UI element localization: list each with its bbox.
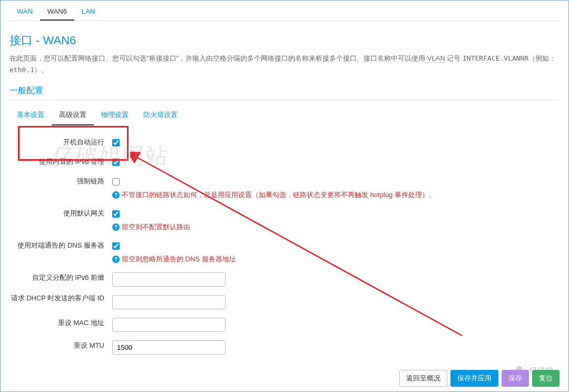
help-icon: ?	[112, 191, 120, 199]
checkbox-builtin-ipv6[interactable]	[112, 159, 120, 166]
page-title: 接口 - WAN6	[9, 33, 560, 48]
label-reset-mtu: 重设 MTU	[9, 339, 112, 355]
save-apply-button[interactable]: 保存并应用	[450, 370, 498, 387]
tab-advanced[interactable]: 高级设置	[52, 106, 94, 125]
input-ipv6-prefix[interactable]	[112, 272, 225, 287]
tab-lan[interactable]: LAN	[74, 4, 102, 21]
footer-buttons: 返回至概况 保存并应用 保存 复位	[399, 370, 560, 387]
help-icon: ?	[112, 223, 120, 231]
svg-point-4	[518, 368, 519, 369]
back-button[interactable]: 返回至概况	[399, 370, 447, 387]
tab-wan6[interactable]: WAN6	[40, 4, 74, 21]
help-force-link: ? 不管接口的链路状态如何，总是用应用设置（如果勾选，链路状态变更将不再触发 h…	[112, 190, 560, 200]
help-default-gw: ? 留空则不配置默认路由	[112, 222, 560, 232]
label-default-gw: 使用默认网关	[9, 207, 112, 232]
interface-tabs: WAN WAN6 LAN	[9, 0, 560, 21]
help-peer-dns: ? 留空则忽略所通告的 DNS 服务器地址	[112, 254, 560, 264]
reset-button[interactable]: 复位	[532, 370, 560, 387]
input-client-id[interactable]	[112, 295, 225, 309]
tab-wan[interactable]: WAN	[9, 4, 40, 21]
label-builtin-ipv6: 使用内置的 IPv6 管理	[9, 155, 112, 168]
checkbox-default-gw[interactable]	[112, 210, 120, 218]
help-icon: ?	[112, 256, 120, 263]
label-reset-mac: 重设 MAC 地址	[9, 317, 112, 332]
checkbox-auto-start[interactable]	[112, 139, 120, 146]
tab-firewall[interactable]: 防火墙设置	[136, 106, 185, 125]
input-reset-mtu[interactable]	[112, 340, 225, 355]
label-ipv6-prefix: 自定义分配的 IPv6 前缀	[9, 271, 112, 287]
tab-physical[interactable]: 物理设置	[94, 106, 136, 125]
label-auto-start: 开机自动运行	[9, 136, 112, 148]
label-force-link: 强制链路	[9, 175, 112, 200]
section-title: 一般配置	[9, 85, 560, 100]
save-button[interactable]: 保存	[502, 370, 529, 387]
input-reset-mac[interactable]	[112, 318, 225, 332]
checkbox-force-link[interactable]	[112, 178, 120, 185]
tab-basic[interactable]: 基本设置	[9, 106, 52, 125]
page-description: 在此页面，您可以配置网络接口。您可以勾选"桥接接口"，并输入由空格分隔的多个网络…	[9, 53, 560, 76]
checkbox-peer-dns[interactable]	[112, 242, 120, 250]
label-peer-dns: 使用对端通告的 DNS 服务器	[9, 239, 112, 264]
svg-point-5	[519, 368, 521, 369]
label-client-id: 请求 DHCP 时发送的客户端 ID	[9, 294, 112, 309]
config-sub-tabs: 基本设置 高级设置 物理设置 防火墙设置	[9, 106, 560, 125]
